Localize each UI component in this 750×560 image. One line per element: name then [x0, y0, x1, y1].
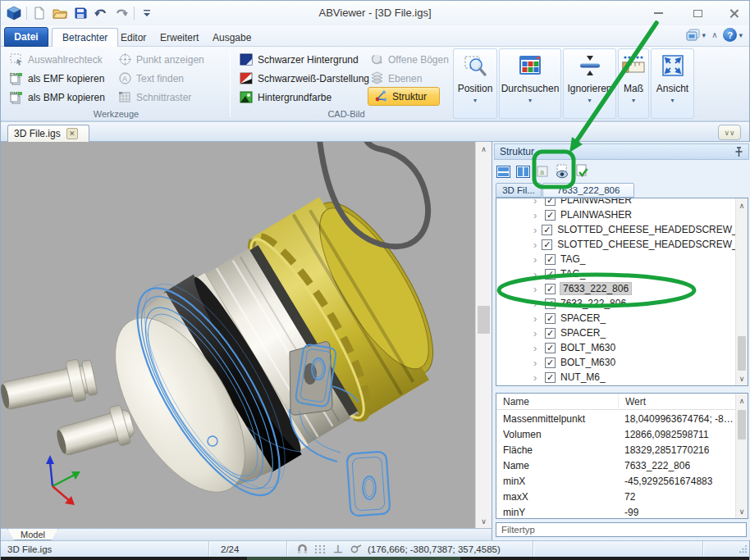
scroll-down-icon[interactable]: ∨	[736, 371, 748, 385]
split-horizontal-button[interactable]	[496, 164, 510, 179]
expand-chevron-icon[interactable]: ›	[533, 283, 540, 295]
visibility-checkbox[interactable]: ✓	[545, 372, 556, 383]
structure-tab-part[interactable]: 7633_222_806	[542, 183, 634, 198]
expand-chevron-icon[interactable]: ›	[533, 371, 540, 384]
check-element-button[interactable]	[574, 164, 589, 179]
grid-snap-icon[interactable]	[313, 543, 327, 556]
mass-button[interactable]: Maß ▾	[618, 48, 649, 119]
expand-chevron-icon[interactable]: ›	[533, 209, 540, 221]
tree-item[interactable]: ›✓SPACER_	[496, 311, 735, 326]
tree-item[interactable]: ›✓7633_222_806	[496, 296, 735, 311]
close-button[interactable]	[721, 6, 746, 20]
structure-tab-file[interactable]: 3D Fil...	[496, 183, 542, 198]
tab-betrachter[interactable]: Betrachter	[52, 28, 118, 47]
visibility-checkbox[interactable]: ✓	[545, 269, 556, 280]
expand-chevron-icon[interactable]: ›	[533, 239, 537, 251]
viewport-scrollbar[interactable]: ∧ ∨	[475, 142, 492, 528]
scroll-up-icon[interactable]: ∧	[476, 142, 492, 156]
visibility-checkbox[interactable]: ✓	[545, 328, 556, 339]
switch-window-button[interactable]: ▾	[686, 29, 707, 41]
collapse-ribbon-button[interactable]: ∧	[711, 30, 717, 39]
tree-item[interactable]: ›✓PLAINWASHER	[496, 207, 735, 222]
file-menu-button[interactable]: Datei	[4, 27, 48, 47]
resize-grip[interactable]	[739, 544, 748, 555]
tree-item[interactable]: ›✓BOLT_M630	[496, 355, 735, 370]
ebenen-button[interactable]: Ebenen	[368, 70, 424, 87]
viewport-3d[interactable]	[1, 142, 475, 528]
scroll-thumb[interactable]	[738, 410, 746, 439]
tree-item[interactable]: ›✓NUT_M6_	[496, 370, 735, 385]
visibility-checkbox[interactable]: ✓	[545, 313, 556, 324]
model-tab[interactable]: Model	[7, 529, 58, 540]
help-button[interactable]: ? ▾	[723, 28, 743, 42]
expand-chevron-icon[interactable]: ›	[533, 342, 540, 354]
offene-boegen-button[interactable]: Offene Bögen	[368, 51, 451, 68]
schwarzweiss-button[interactable]: Schwarzweiß-Darstellung	[237, 70, 372, 87]
visibility-checkbox[interactable]: ✓	[545, 254, 556, 265]
structure-panel-header[interactable]: Struktur	[494, 143, 749, 160]
copy-as-emf-button[interactable]: EMF als EMF kopieren	[7, 70, 107, 87]
visibility-checkbox[interactable]: ✓	[545, 210, 556, 221]
tab-overflow-button[interactable]: ∨∨	[718, 125, 741, 140]
expand-chevron-icon[interactable]: ›	[533, 224, 537, 236]
tree-item[interactable]: ›✓SLOTTED_CHEESE_HEADEDSCREW_	[496, 237, 735, 252]
tree-scrollbar[interactable]: ∧ ∨	[735, 198, 748, 385]
visibility-checkbox[interactable]: ✓	[545, 198, 556, 206]
durchsuchen-button[interactable]: Durchsuchen ▾	[499, 48, 561, 119]
ortho-mode-icon[interactable]: ⊥	[332, 543, 345, 556]
auswahlrechteck-button[interactable]: Auswahlrechteck	[7, 51, 105, 68]
document-tab[interactable]: 3D File.igs ✕	[7, 125, 89, 142]
tree-item[interactable]: ›✓SLOTTED_CHEESE_HEADEDSCREW_	[496, 222, 735, 237]
filter-type-field[interactable]: Filtertyp	[496, 522, 747, 537]
scroll-thumb[interactable]	[738, 336, 746, 371]
tree-item[interactable]: ›✓PLAINWASHER	[496, 198, 735, 207]
hintergrundfarbe-button[interactable]: Hintergrundfarbe	[237, 89, 334, 106]
text-finden-button[interactable]: A Text finden	[116, 70, 186, 87]
visibility-checkbox[interactable]: ✓	[545, 284, 556, 294]
snap-magnet-icon[interactable]	[295, 543, 309, 556]
expand-chevron-icon[interactable]: ›	[533, 327, 540, 339]
pin-icon[interactable]	[734, 147, 743, 160]
tree-item[interactable]: ›✓TAG_	[496, 266, 735, 281]
ansicht-button[interactable]: Ansicht ▾	[651, 48, 694, 119]
visibility-checkbox[interactable]: ✓	[542, 239, 552, 250]
schnittraster-button[interactable]: Schnittraster	[116, 89, 194, 106]
expand-chevron-icon[interactable]: ›	[533, 268, 540, 280]
expand-chevron-icon[interactable]: ›	[533, 253, 540, 266]
copy-as-bmp-button[interactable]: BMP als BMP kopieren	[7, 89, 107, 106]
struktur-toggle-button[interactable]: Struktur	[368, 87, 440, 106]
visibility-checkbox[interactable]: ✓	[545, 343, 556, 353]
punkt-anzeigen-button[interactable]: Punkt anzeigen	[116, 51, 207, 68]
visibility-checkbox[interactable]: ✓	[545, 298, 556, 309]
property-scrollbar[interactable]: ∧ ∨	[735, 394, 748, 518]
minimize-button[interactable]	[646, 6, 670, 20]
maximize-button[interactable]	[685, 6, 710, 20]
selection-rectangle-icon	[10, 52, 24, 66]
split-vertical-button[interactable]	[515, 164, 530, 179]
tree-item[interactable]: ›✓BOLT_M630	[496, 340, 735, 355]
ignorieren-button[interactable]: Ignorieren ▾	[563, 48, 616, 119]
tab-erweitert[interactable]: Erweitert	[150, 28, 208, 47]
sort-button[interactable]: a	[535, 164, 550, 179]
show-hide-element-button[interactable]	[555, 164, 569, 179]
document-tab-label: 3D File.igs	[14, 128, 61, 139]
expand-chevron-icon[interactable]: ›	[533, 312, 540, 325]
expand-chevron-icon[interactable]: ›	[533, 198, 540, 207]
close-tab-icon[interactable]: ✕	[66, 128, 78, 139]
visibility-checkbox[interactable]: ✓	[545, 357, 556, 368]
visibility-checkbox[interactable]: ✓	[542, 225, 552, 235]
position-button[interactable]: Position ▾	[453, 48, 497, 119]
expand-chevron-icon[interactable]: ›	[533, 357, 540, 369]
expand-chevron-icon[interactable]: ›	[533, 298, 540, 310]
scroll-down-icon[interactable]: ∨	[736, 504, 748, 518]
scroll-up-icon[interactable]: ∧	[736, 394, 748, 407]
tree-item[interactable]: ›✓7633_222_806	[496, 281, 735, 296]
scroll-down-icon[interactable]: ∨	[476, 514, 492, 528]
scroll-thumb[interactable]	[478, 306, 490, 334]
tree-item[interactable]: ›✓TAG_	[496, 252, 735, 266]
draw-mode-icon[interactable]	[350, 543, 363, 556]
schwarzer-hintergrund-button[interactable]: Schwarzer Hintergrund	[237, 51, 361, 68]
tab-ausgabe[interactable]: Ausgabe	[203, 28, 261, 47]
tree-item[interactable]: ›✓SPACER_	[496, 326, 735, 340]
scroll-up-icon[interactable]: ∧	[736, 198, 748, 212]
